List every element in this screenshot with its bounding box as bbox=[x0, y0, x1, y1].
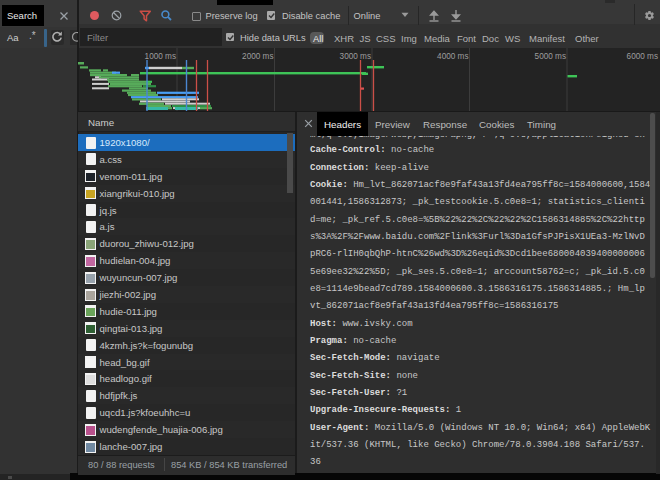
svg-text:3000 ms: 3000 ms bbox=[340, 52, 371, 61]
svg-text:5000 ms: 5000 ms bbox=[535, 52, 566, 61]
svg-text:6000 ms: 6000 ms bbox=[627, 52, 658, 61]
svg-text:4000 ms: 4000 ms bbox=[437, 52, 468, 61]
svg-text:1000 ms: 1000 ms bbox=[145, 52, 176, 61]
svg-text:2000 ms: 2000 ms bbox=[242, 52, 273, 61]
